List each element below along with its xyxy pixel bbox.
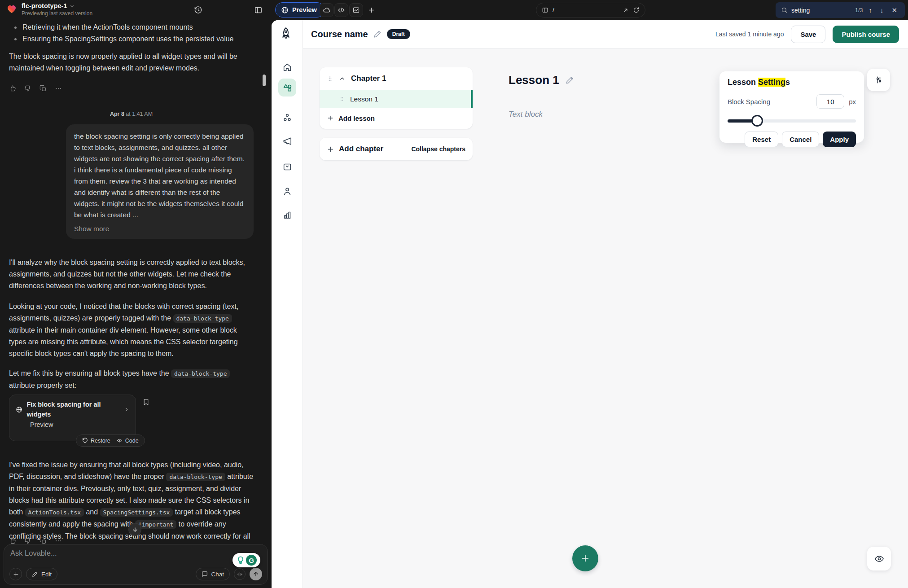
chat-scrollbar[interactable]: [263, 75, 266, 86]
copy-icon[interactable]: [39, 85, 47, 92]
edit-mode-button[interactable]: Edit: [26, 568, 57, 580]
edit-course-name-icon[interactable]: [373, 30, 382, 38]
edit-lesson-title-icon[interactable]: [566, 76, 574, 84]
lesson-settings-popup: Lesson Settings Block Spacing px Reset C…: [719, 71, 864, 143]
globe-icon: [281, 6, 289, 14]
chapter-row[interactable]: Chapter 1: [320, 67, 473, 90]
apply-button[interactable]: Apply: [823, 132, 856, 147]
drag-handle-icon[interactable]: [327, 75, 333, 82]
app-logo-rocket-icon[interactable]: [279, 26, 293, 40]
block-spacing-label: Block Spacing: [728, 98, 770, 105]
sliders-icon: [874, 75, 883, 84]
analytics-icon: [352, 6, 360, 14]
thumbs-up-icon[interactable]: [9, 537, 16, 544]
cancel-button[interactable]: Cancel: [782, 132, 819, 147]
analytics-button[interactable]: [349, 3, 363, 17]
code-button[interactable]: [334, 3, 348, 17]
empty-text-block[interactable]: Text block: [509, 110, 543, 119]
version-card-title: Fix block spacing for all widgets: [26, 399, 117, 419]
preview-button[interactable]: Preview: [275, 2, 325, 18]
home-icon: [282, 62, 292, 72]
search-input[interactable]: [791, 7, 845, 14]
ask-lovable-input[interactable]: [10, 549, 190, 564]
chat-mode-button[interactable]: Chat: [196, 568, 230, 580]
arrow-down-icon: [132, 527, 138, 533]
message-timestamp: Apr 8 at 1:41 AM: [9, 108, 254, 120]
project-menu[interactable]: flc-prototype-1 Previewing last saved ve…: [6, 2, 92, 17]
community-icon: [282, 113, 292, 123]
sidebar-item-analytics[interactable]: [278, 206, 296, 224]
add-block-fab[interactable]: [572, 545, 598, 571]
search-next-icon[interactable]: ↓: [878, 6, 886, 14]
send-button[interactable]: [250, 568, 262, 580]
collapse-chapter-icon[interactable]: [339, 75, 346, 82]
thumbs-down-icon[interactable]: [24, 537, 31, 544]
show-more-link[interactable]: Show more: [74, 223, 246, 234]
url-path: /: [553, 7, 618, 13]
version-card[interactable]: Fix block spacing for all widgets Previe…: [9, 395, 136, 441]
open-in-new-icon[interactable]: [623, 7, 629, 13]
drag-handle-icon[interactable]: [339, 96, 345, 102]
assistant-paragraph: Looking at your code, I noticed that the…: [9, 301, 254, 360]
sidebar-item-profile[interactable]: [278, 182, 296, 200]
lesson-title: Lesson 1: [509, 73, 559, 87]
search-close-icon[interactable]: ✕: [889, 6, 899, 14]
globe-icon: [16, 406, 22, 413]
project-name: flc-prototype-1: [22, 2, 67, 10]
code-icon: [117, 438, 123, 443]
app-sidebar: [272, 20, 303, 588]
cloud-button[interactable]: [320, 3, 333, 17]
lesson-row-active[interactable]: Lesson 1: [320, 90, 473, 108]
more-options-icon[interactable]: [55, 85, 62, 92]
voice-input-button[interactable]: [234, 568, 246, 580]
publish-course-button[interactable]: Publish course: [833, 26, 899, 43]
attach-button[interactable]: [9, 568, 22, 580]
block-spacing-slider[interactable]: [728, 115, 856, 127]
more-options-icon[interactable]: [55, 537, 62, 544]
sidebar-item-content-blocks[interactable]: [278, 79, 296, 97]
sidebar-item-community[interactable]: [278, 109, 296, 127]
url-bar[interactable]: /: [536, 3, 645, 18]
sidebar-item-inbox[interactable]: [278, 158, 296, 176]
refresh-icon[interactable]: [633, 7, 640, 13]
history-icon[interactable]: [194, 0, 202, 20]
sidebar-item-home[interactable]: [278, 58, 296, 76]
search-prev-icon[interactable]: ↑: [866, 6, 874, 14]
find-bar[interactable]: 1/3 ↑ ↓ ✕: [776, 2, 905, 18]
sidebar-item-announcements[interactable]: [278, 132, 296, 150]
search-icon: [781, 7, 788, 13]
thumbs-up-icon[interactable]: [9, 85, 16, 92]
chevron-down-icon: [70, 4, 75, 9]
save-button[interactable]: Save: [791, 26, 825, 43]
sidebar-toggle-icon[interactable]: [254, 0, 263, 20]
chat-messages: Retrieving it when the ActionTools compo…: [0, 20, 272, 545]
assistant-paragraph: The block spacing is now properly applie…: [9, 51, 254, 74]
slider-thumb[interactable]: [751, 115, 763, 127]
prompt-input-panel: Edit Chat: [4, 544, 268, 585]
bookmark-icon[interactable]: [142, 398, 150, 406]
chat-panel: Retrieving it when the ActionTools compo…: [0, 20, 272, 588]
block-spacing-input[interactable]: [816, 94, 844, 109]
copy-icon[interactable]: [39, 537, 47, 544]
lesson-item-label: Lesson 1: [350, 95, 378, 103]
settings-toggle-button[interactable]: [867, 69, 890, 91]
thumbs-down-icon[interactable]: [24, 85, 31, 92]
content-blocks-icon: [282, 83, 293, 93]
restore-button[interactable]: Restore: [82, 435, 110, 447]
scroll-to-bottom-button[interactable]: [128, 523, 141, 536]
version-card-subtitle: Preview: [30, 420, 129, 429]
add-chapter-button[interactable]: Add chapter: [339, 145, 383, 154]
reset-button[interactable]: Reset: [745, 132, 778, 147]
add-lesson-button[interactable]: Add lesson: [320, 108, 473, 128]
eye-icon: [874, 554, 884, 564]
code-button[interactable]: Code: [117, 435, 139, 447]
version-card-row: Fix block spacing for all widgets Previe…: [9, 395, 254, 441]
chapter-title: Chapter 1: [351, 74, 386, 83]
new-tab-button[interactable]: [364, 3, 378, 17]
preview-mode-button[interactable]: [867, 547, 891, 570]
grammarly-logo-icon: G: [246, 555, 257, 566]
status-badge: Draft: [387, 29, 410, 39]
edit-pen-icon: [32, 571, 38, 577]
collapse-chapters-button[interactable]: Collapse chapters: [411, 145, 465, 153]
grammarly-widget[interactable]: G: [232, 553, 260, 567]
